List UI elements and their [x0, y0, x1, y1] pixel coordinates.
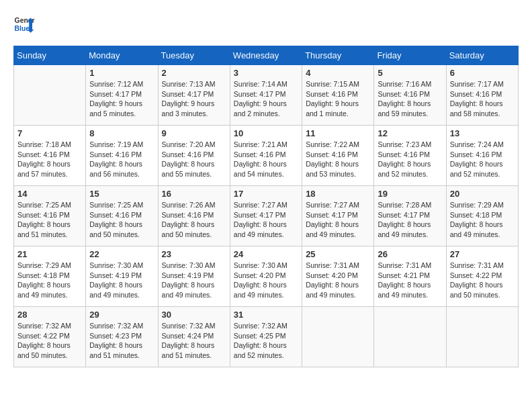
cell-content-line: and 52 minutes.	[378, 169, 442, 179]
cell-content-line: Sunrise: 7:15 AM	[306, 79, 370, 89]
calendar-cell: 28Sunrise: 7:32 AMSunset: 4:22 PMDayligh…	[14, 307, 86, 367]
cell-content-line: Sunset: 4:24 PM	[162, 331, 226, 341]
calendar-cell: 30Sunrise: 7:32 AMSunset: 4:24 PMDayligh…	[158, 307, 230, 367]
cell-content-line: and 50 minutes.	[89, 230, 154, 240]
cell-content-line: Sunset: 4:16 PM	[378, 89, 442, 99]
calendar-cell: 31Sunrise: 7:32 AMSunset: 4:25 PMDayligh…	[230, 307, 302, 367]
cell-content-line: Sunrise: 7:30 AM	[89, 261, 154, 271]
cell-content-line: Sunset: 4:17 PM	[162, 89, 226, 99]
cell-content-line: Daylight: 8 hours	[162, 280, 226, 290]
svg-text:Blue: Blue	[15, 25, 30, 32]
cell-content-line: Sunrise: 7:22 AM	[306, 140, 370, 150]
calendar-cell: 9Sunrise: 7:20 AMSunset: 4:16 PMDaylight…	[158, 126, 230, 186]
cell-content-line: Daylight: 8 hours	[234, 159, 298, 169]
cell-content-line: and 56 minutes.	[89, 169, 154, 179]
day-number: 16	[162, 189, 226, 199]
day-number: 11	[306, 128, 370, 138]
cell-content-line: and 49 minutes.	[17, 290, 82, 300]
day-number: 3	[234, 68, 298, 78]
cell-content-line: Daylight: 8 hours	[17, 159, 82, 169]
cell-content-line: and 50 minutes.	[17, 351, 82, 361]
cell-content-line: Sunrise: 7:32 AM	[89, 321, 154, 331]
calendar-cell: 27Sunrise: 7:31 AMSunset: 4:22 PMDayligh…	[446, 246, 518, 307]
calendar-cell: 11Sunrise: 7:22 AMSunset: 4:16 PMDayligh…	[302, 126, 374, 186]
calendar-cell	[302, 307, 374, 367]
cell-content-line: Sunrise: 7:28 AM	[378, 200, 442, 210]
day-number: 10	[234, 128, 298, 138]
cell-content-line: and 49 minutes.	[378, 230, 442, 240]
cell-content-line: Sunset: 4:25 PM	[234, 331, 298, 341]
day-number: 28	[17, 310, 82, 320]
calendar-cell: 20Sunrise: 7:29 AMSunset: 4:18 PMDayligh…	[446, 186, 518, 246]
day-header-wednesday: Wednesday	[230, 46, 302, 65]
cell-content-line: and 49 minutes.	[89, 290, 154, 300]
calendar-week-1: 1Sunrise: 7:12 AMSunset: 4:17 PMDaylight…	[14, 65, 519, 126]
day-number: 15	[89, 189, 154, 199]
cell-content-line: Daylight: 8 hours	[378, 159, 442, 169]
days-header-row: SundayMondayTuesdayWednesdayThursdayFrid…	[14, 46, 519, 65]
cell-content-line: Sunrise: 7:31 AM	[450, 261, 515, 271]
calendar-cell: 14Sunrise: 7:25 AMSunset: 4:16 PMDayligh…	[14, 186, 86, 246]
calendar-cell: 18Sunrise: 7:27 AMSunset: 4:17 PMDayligh…	[302, 186, 374, 246]
cell-content-line: Daylight: 8 hours	[378, 220, 442, 230]
day-number: 8	[89, 128, 154, 138]
calendar-cell: 3Sunrise: 7:14 AMSunset: 4:17 PMDaylight…	[230, 65, 302, 126]
cell-content-line: Sunrise: 7:24 AM	[450, 140, 515, 150]
cell-content-line: Daylight: 8 hours	[162, 220, 226, 230]
cell-content-line: Sunset: 4:16 PM	[378, 150, 442, 160]
cell-content-line: Sunset: 4:18 PM	[450, 210, 515, 220]
calendar-cell	[374, 307, 446, 367]
cell-content-line: and 3 minutes.	[162, 109, 226, 119]
day-number: 22	[89, 249, 154, 259]
cell-content-line: Sunset: 4:17 PM	[306, 210, 370, 220]
cell-content-line: and 49 minutes.	[450, 230, 515, 240]
calendar-cell: 5Sunrise: 7:16 AMSunset: 4:16 PMDaylight…	[374, 65, 446, 126]
calendar-cell: 2Sunrise: 7:13 AMSunset: 4:17 PMDaylight…	[158, 65, 230, 126]
cell-content-line: Daylight: 8 hours	[89, 159, 154, 169]
cell-content-line: Sunrise: 7:19 AM	[89, 140, 154, 150]
calendar-cell: 13Sunrise: 7:24 AMSunset: 4:16 PMDayligh…	[446, 126, 518, 186]
calendar-week-4: 21Sunrise: 7:29 AMSunset: 4:18 PMDayligh…	[14, 246, 519, 307]
cell-content-line: Daylight: 8 hours	[234, 220, 298, 230]
calendar-week-2: 7Sunrise: 7:18 AMSunset: 4:16 PMDaylight…	[14, 126, 519, 186]
cell-content-line: Daylight: 8 hours	[450, 220, 515, 230]
day-number: 29	[89, 310, 154, 320]
cell-content-line: and 51 minutes.	[162, 351, 226, 361]
cell-content-line: Sunrise: 7:25 AM	[89, 200, 154, 210]
calendar-cell: 8Sunrise: 7:19 AMSunset: 4:16 PMDaylight…	[86, 126, 158, 186]
cell-content-line: and 49 minutes.	[162, 290, 226, 300]
cell-content-line: and 54 minutes.	[234, 169, 298, 179]
cell-content-line: and 1 minute.	[306, 109, 370, 119]
cell-content-line: and 49 minutes.	[306, 230, 370, 240]
cell-content-line: and 57 minutes.	[17, 169, 82, 179]
calendar-cell: 7Sunrise: 7:18 AMSunset: 4:16 PMDaylight…	[14, 126, 86, 186]
cell-content-line: and 55 minutes.	[162, 169, 226, 179]
day-number: 21	[17, 249, 82, 259]
cell-content-line: Sunset: 4:16 PM	[450, 89, 515, 99]
calendar-cell: 10Sunrise: 7:21 AMSunset: 4:16 PMDayligh…	[230, 126, 302, 186]
day-number: 20	[450, 189, 515, 199]
cell-content-line: Sunrise: 7:23 AM	[378, 140, 442, 150]
day-number: 31	[234, 310, 298, 320]
calendar-cell: 24Sunrise: 7:30 AMSunset: 4:20 PMDayligh…	[230, 246, 302, 307]
cell-content-line: Sunset: 4:19 PM	[162, 271, 226, 281]
day-header-friday: Friday	[374, 46, 446, 65]
cell-content-line: Sunrise: 7:30 AM	[162, 261, 226, 271]
cell-content-line: Sunrise: 7:14 AM	[234, 79, 298, 89]
cell-content-line: and 49 minutes.	[306, 290, 370, 300]
cell-content-line: and 2 minutes.	[234, 109, 298, 119]
cell-content-line: Sunrise: 7:18 AM	[17, 140, 82, 150]
calendar-cell: 4Sunrise: 7:15 AMSunset: 4:16 PMDaylight…	[302, 65, 374, 126]
day-header-tuesday: Tuesday	[158, 46, 230, 65]
calendar-cell: 25Sunrise: 7:31 AMSunset: 4:20 PMDayligh…	[302, 246, 374, 307]
cell-content-line: and 50 minutes.	[162, 230, 226, 240]
cell-content-line: Sunset: 4:17 PM	[378, 210, 442, 220]
cell-content-line: Sunrise: 7:32 AM	[162, 321, 226, 331]
cell-content-line: Sunset: 4:16 PM	[306, 89, 370, 99]
cell-content-line: Sunrise: 7:17 AM	[450, 79, 515, 89]
cell-content-line: Sunrise: 7:12 AM	[89, 79, 154, 89]
cell-content-line: Daylight: 8 hours	[234, 280, 298, 290]
cell-content-line: Daylight: 8 hours	[234, 340, 298, 351]
cell-content-line: Daylight: 9 hours	[89, 99, 154, 109]
cell-content-line: Daylight: 8 hours	[306, 280, 370, 290]
